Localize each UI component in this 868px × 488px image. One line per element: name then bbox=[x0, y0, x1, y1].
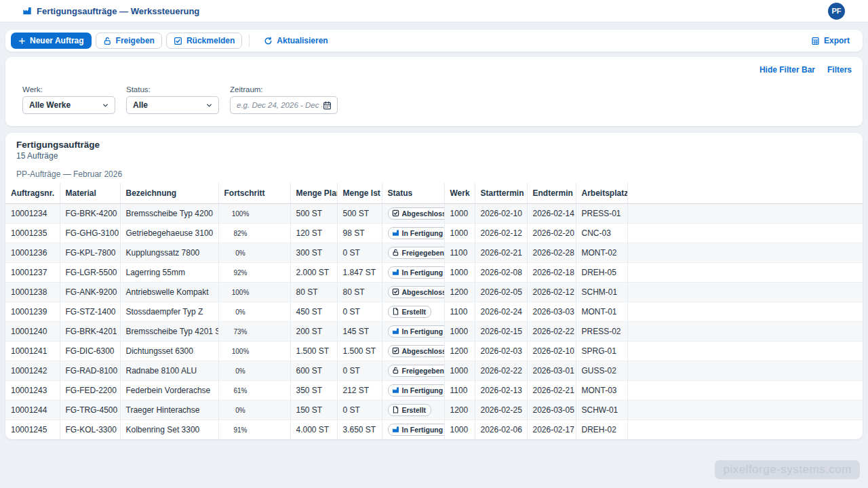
workcenter-cell: MONT-01 bbox=[576, 302, 627, 321]
release-button[interactable]: Freigeben bbox=[96, 33, 162, 49]
table-row[interactable]: 10001240FG-BRK-4201Bremsscheibe Typ 4201… bbox=[5, 321, 863, 341]
checkbox-check-icon bbox=[392, 347, 399, 354]
table-row[interactable]: 10001237FG-LGR-5500Lagerring 55mm92%2.00… bbox=[5, 262, 863, 282]
end-date-cell: 2026-02-18 bbox=[527, 262, 576, 282]
app-header: Fertigungsaufträge — Werkssteuerung PF bbox=[0, 0, 868, 22]
column-header[interactable]: Fortschritt bbox=[218, 183, 290, 203]
material-cell: FG-DIC-6300 bbox=[60, 341, 120, 361]
end-date-cell: 2026-02-22 bbox=[527, 321, 576, 341]
description-cell: Getriebegehaeuse 3100 bbox=[120, 223, 218, 243]
watermark: pixelforge-systems.com bbox=[715, 460, 860, 479]
progress-cell: 0% bbox=[218, 243, 290, 262]
column-header[interactable]: Status bbox=[382, 183, 444, 203]
qty-plan-cell: 450 ST bbox=[290, 302, 337, 321]
progress-value: 0% bbox=[224, 249, 257, 257]
table-row[interactable]: 10001242FG-RAD-8100Radnabe 8100 ALU0%600… bbox=[5, 361, 863, 380]
progress-value: 0% bbox=[224, 407, 257, 414]
factory-icon bbox=[392, 386, 399, 394]
filler-cell bbox=[627, 243, 863, 262]
werk-label: Werk: bbox=[22, 85, 115, 94]
qty-plan-cell: 600 ST bbox=[290, 361, 337, 380]
filter-links: Hide Filter Bar Filters bbox=[760, 65, 852, 75]
column-header[interactable]: Arbeitsplatz bbox=[576, 183, 627, 203]
material-cell: FG-TRG-4500 bbox=[60, 400, 120, 420]
filler-cell bbox=[627, 380, 863, 400]
refresh-label: Aktualisieren bbox=[277, 36, 328, 45]
table-row[interactable]: 10001235FG-GHG-3100Getriebegehaeuse 3100… bbox=[5, 223, 863, 243]
table-row[interactable]: 10001239FG-STZ-1400Stossdaempfer Typ Z0%… bbox=[5, 302, 863, 321]
column-header[interactable]: Endtermin bbox=[527, 183, 576, 203]
new-order-button[interactable]: Neuer Auftrag bbox=[11, 33, 92, 49]
qty-plan-cell: 1.500 ST bbox=[290, 341, 337, 361]
column-header[interactable]: Menge Plan bbox=[290, 183, 337, 203]
status-cell: In Fertigung bbox=[382, 420, 444, 439]
column-header[interactable]: Starttermin bbox=[475, 183, 527, 203]
status-label: In Fertigung bbox=[402, 386, 443, 394]
progress-value: 61% bbox=[224, 387, 257, 394]
start-date-cell: 2026-02-12 bbox=[475, 223, 527, 243]
order-number-cell: 10001236 bbox=[5, 243, 60, 262]
checkbox-check-icon bbox=[392, 288, 399, 296]
werk-select[interactable]: Alle Werke bbox=[22, 96, 115, 114]
workcenter-cell: MONT-03 bbox=[576, 380, 627, 400]
status-cell: In Fertigung bbox=[382, 223, 444, 243]
plant-cell: 1000 bbox=[444, 321, 475, 341]
column-header[interactable]: Menge Ist bbox=[337, 183, 382, 203]
status-badge: Freigegeben bbox=[388, 365, 445, 377]
qty-plan-cell: 500 ST bbox=[290, 203, 337, 223]
filler-cell bbox=[627, 321, 863, 341]
table-row[interactable]: 10001236FG-KPL-7800Kupplungssatz 78000%3… bbox=[5, 243, 863, 262]
export-button[interactable]: Export bbox=[804, 33, 857, 49]
start-date-cell: 2026-02-03 bbox=[475, 341, 527, 361]
confirm-button[interactable]: Rückmelden bbox=[166, 33, 242, 49]
table-row[interactable]: 10001234FG-BRK-4200Bremsscheibe Typ 4200… bbox=[5, 203, 863, 223]
end-date-cell: 2026-02-14 bbox=[527, 203, 576, 223]
zeitraum-input[interactable] bbox=[237, 101, 322, 109]
user-avatar[interactable]: PF bbox=[828, 3, 845, 20]
release-label: Freigeben bbox=[116, 36, 155, 45]
qty-actual-cell: 0 ST bbox=[337, 302, 382, 321]
order-number-cell: 10001244 bbox=[5, 400, 60, 420]
qty-plan-cell: 350 ST bbox=[290, 380, 337, 400]
table-row[interactable]: 10001243FG-FED-2200Federbein Vorderachse… bbox=[5, 380, 863, 400]
status-label: Freigegeben bbox=[402, 367, 444, 375]
description-cell: Radnabe 8100 ALU bbox=[120, 361, 218, 380]
progress-cell: 82% bbox=[218, 223, 290, 243]
qty-actual-cell: 98 ST bbox=[337, 223, 382, 243]
status-badge: Abgeschlossen bbox=[388, 286, 445, 298]
progress-cell: 61% bbox=[218, 380, 290, 400]
progress-value: 0% bbox=[224, 308, 257, 316]
order-number-cell: 10001241 bbox=[5, 341, 60, 361]
table-row[interactable]: 10001245FG-KOL-3300Kolbenring Set 330091… bbox=[5, 420, 863, 439]
workcenter-cell: MONT-02 bbox=[576, 243, 627, 262]
refresh-button[interactable]: Aktualisieren bbox=[256, 33, 335, 49]
filters-link[interactable]: Filters bbox=[827, 65, 852, 75]
zeitraum-input-wrap bbox=[230, 96, 338, 114]
status-badge: In Fertigung bbox=[388, 227, 445, 239]
table-row[interactable]: 10001241FG-DIC-6300Dichtungsset 6300100%… bbox=[5, 341, 863, 361]
column-header[interactable]: Werk bbox=[444, 183, 475, 203]
workcenter-cell: SPRG-01 bbox=[576, 341, 627, 361]
workcenter-cell: DREH-05 bbox=[576, 262, 627, 282]
filler-cell bbox=[627, 223, 863, 243]
column-header[interactable]: Auftragsnr. bbox=[5, 183, 60, 203]
table-row[interactable]: 10001238FG-ANK-9200Antriebswelle Kompakt… bbox=[5, 282, 863, 302]
progress-value: 92% bbox=[224, 269, 257, 277]
calendar-icon[interactable] bbox=[323, 101, 332, 110]
order-number-cell: 10001238 bbox=[5, 282, 60, 302]
status-cell: In Fertigung bbox=[382, 262, 444, 282]
qty-actual-cell: 0 ST bbox=[337, 361, 382, 380]
progress-cell: 100% bbox=[218, 282, 290, 302]
column-header[interactable]: Bezeichnung bbox=[120, 183, 218, 203]
qty-actual-cell: 1.847 ST bbox=[337, 262, 382, 282]
filler-cell bbox=[627, 420, 863, 439]
hide-filter-bar-link[interactable]: Hide Filter Bar bbox=[760, 65, 815, 75]
qty-actual-cell: 1.500 ST bbox=[337, 341, 382, 361]
column-header[interactable]: Material bbox=[60, 183, 120, 203]
table-row[interactable]: 10001244FG-TRG-4500Traeger Hinterachse0%… bbox=[5, 400, 863, 420]
action-toolbar: Neuer Auftrag Freigeben Rückmelden Aktua… bbox=[5, 30, 863, 52]
qty-plan-cell: 120 ST bbox=[290, 223, 337, 243]
status-badge: Abgeschlossen bbox=[388, 207, 445, 220]
zeitraum-label: Zeitraum: bbox=[230, 85, 338, 94]
status-select[interactable]: Alle bbox=[126, 96, 219, 114]
